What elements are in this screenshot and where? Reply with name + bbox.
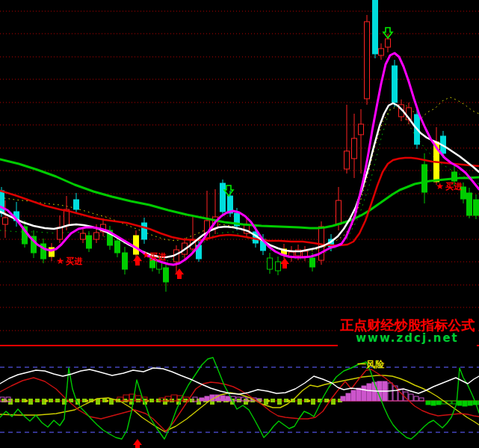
gridlines — [0, 11, 479, 331]
candle-body — [392, 66, 398, 102]
chart-canvas: ★★★买进买进买进一风险 — [0, 0, 479, 448]
ribbon-yellow-tick — [307, 400, 310, 402]
candle-body — [379, 49, 384, 55]
candle — [81, 229, 86, 243]
candle-body — [115, 241, 120, 253]
candle — [41, 239, 46, 263]
candle — [87, 231, 92, 252]
candle-body — [336, 200, 342, 224]
green-bar-below-zero — [426, 401, 430, 405]
buy-up-arrow-icon — [133, 255, 142, 266]
ribbon-green-bar — [311, 399, 315, 405]
candle — [289, 246, 294, 262]
candle-body — [386, 39, 391, 47]
watermark: 正点财经炒股指标公式 www.zdcj.net — [338, 314, 477, 349]
candle-body — [474, 200, 479, 215]
ribbon-yellow-tick — [45, 400, 48, 402]
green-bar-below-zero — [452, 401, 457, 404]
ribbon-yellow-tick — [85, 400, 88, 402]
ribbon-green-bar — [331, 399, 336, 405]
candle — [359, 109, 364, 174]
candle — [134, 230, 139, 259]
indicator-panel: 一风险 — [0, 346, 479, 448]
candle-body — [123, 253, 128, 269]
candle-body — [422, 165, 427, 192]
ribbon-green-bar — [271, 399, 275, 402]
candle — [352, 114, 357, 178]
ribbon-green-bar — [15, 399, 19, 402]
candle — [344, 105, 350, 174]
candle — [142, 218, 147, 244]
candle-body — [87, 236, 92, 248]
candle — [101, 218, 106, 236]
green-bar-below-zero — [436, 401, 441, 405]
risk-label: 一风险 — [357, 359, 385, 369]
candle-body — [94, 233, 99, 239]
ribbon-yellow-tick — [105, 400, 108, 402]
candle — [123, 247, 128, 274]
indicator-green-line — [0, 358, 479, 439]
candle — [49, 243, 55, 261]
candle-body — [220, 183, 226, 212]
candle — [276, 257, 281, 275]
buy-star-icon: ★ — [56, 256, 64, 266]
ribbon-green-bar — [297, 399, 302, 405]
candle-body — [344, 151, 350, 169]
candle — [58, 215, 63, 243]
candle-body — [3, 218, 8, 224]
ribbon-green-bar — [28, 399, 33, 405]
candle — [164, 263, 169, 292]
magenta-bar-hollow — [414, 396, 418, 401]
ribbon-green-bar — [55, 399, 60, 402]
magenta-bar-filled — [200, 398, 204, 401]
candle-body — [142, 223, 147, 239]
candle — [365, 15, 370, 105]
magenta-bar-filled — [367, 384, 371, 401]
magenta-bar-filled — [362, 386, 366, 401]
ribbon-yellow-tick — [287, 400, 290, 402]
magenta-bar-filled — [356, 388, 361, 401]
buy-up-arrow-icon — [280, 258, 289, 269]
candle — [392, 60, 398, 107]
candle — [74, 193, 79, 214]
green-bar-below-zero — [468, 401, 472, 405]
candle — [379, 43, 384, 60]
candle-body — [268, 258, 273, 269]
candle — [474, 194, 479, 219]
candle-body — [134, 236, 139, 254]
ma-magenta-line — [0, 53, 479, 265]
magenta-bar-filled — [205, 396, 209, 401]
ribbon-green-bar — [277, 399, 282, 405]
magenta-bar-filled — [226, 396, 230, 401]
stock-chart-screenshot: ★★★买进买进买进一风险 正点财经炒股指标公式 www.zdcj.net — [0, 0, 479, 448]
indicator-buy-arrow-icon — [133, 439, 142, 448]
candle — [220, 179, 226, 215]
green-bar-below-zero — [431, 401, 436, 405]
zero-ribbon — [0, 394, 342, 405]
buy-label: 买进 — [149, 252, 166, 262]
magenta-bar-hollow — [419, 398, 424, 401]
ribbon-yellow-tick — [267, 400, 270, 402]
green-bar-below-zero — [457, 401, 462, 405]
ma-lines — [0, 53, 479, 265]
candlestick-series — [0, 0, 479, 292]
ma-white-line — [0, 103, 479, 257]
candle — [174, 245, 179, 274]
green-bar-below-zero — [463, 401, 467, 406]
candle — [108, 226, 113, 250]
candle-body — [359, 124, 364, 135]
candle-body — [0, 191, 4, 213]
ribbon-green-bar — [49, 399, 53, 402]
magenta-bar-filled — [346, 393, 350, 401]
watermark-url: www.zdcj.net — [356, 333, 459, 345]
candle-body — [352, 138, 357, 159]
magenta-bar-filled — [220, 396, 225, 401]
candle-body — [276, 262, 281, 271]
candle-body — [310, 258, 315, 267]
candle — [434, 127, 439, 185]
candle-body — [164, 268, 169, 282]
buy-label: 买进 — [65, 257, 82, 266]
candle — [268, 253, 273, 274]
ribbon-green-bar — [149, 399, 154, 402]
candle-body — [365, 22, 370, 99]
